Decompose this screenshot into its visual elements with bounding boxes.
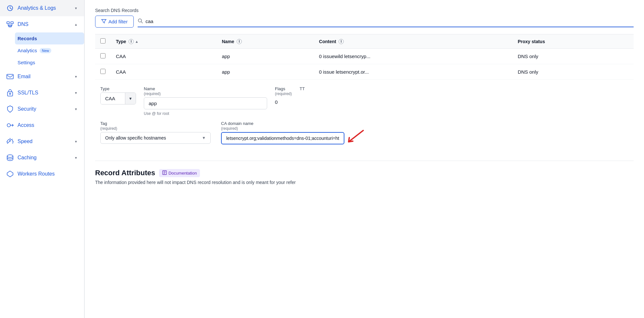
type-field: Type CAA ▼ [100, 86, 136, 104]
search-row: Add filter [95, 16, 634, 28]
select-all-checkbox[interactable] [100, 38, 105, 43]
flags-label: Flags (required) [275, 86, 292, 96]
sidebar-item-label-access: Access [18, 122, 78, 128]
sidebar-item-label-security: Security [18, 106, 70, 112]
sidebar: Analytics & Logs ▼ DNS ▲ Records Analyti… [0, 0, 84, 318]
sidebar-item-records[interactable]: Records [15, 32, 84, 44]
svg-rect-2 [11, 22, 13, 24]
chevron-down-icon-speed: ▼ [74, 140, 78, 143]
chevron-down-icon: ▼ [74, 6, 78, 10]
row2-content: 0 issue letsencrypt.or... [314, 64, 513, 80]
ca-domain-input[interactable] [221, 132, 344, 144]
name-input[interactable] [144, 97, 267, 109]
sidebar-item-caching[interactable]: Caching ▼ [0, 150, 84, 166]
sidebar-item-dns[interactable]: DNS ▲ [0, 16, 84, 32]
record-attributes-description: The information provided here will not i… [95, 180, 634, 185]
content-info-icon[interactable]: ℹ [339, 39, 344, 44]
chevron-up-icon: ▲ [74, 23, 78, 26]
row2-checkbox [95, 64, 111, 80]
type-label: Type [100, 86, 136, 91]
sort-arrow-icon[interactable]: ▲ [135, 40, 139, 43]
record-attributes-header: Record Attributes Documentation [95, 169, 634, 177]
search-icon [138, 18, 143, 25]
svg-rect-8 [7, 74, 13, 79]
row1-proxy-status: DNS only [513, 49, 634, 64]
svg-point-11 [7, 124, 10, 127]
tt-field: TT [300, 86, 305, 91]
add-filter-button[interactable]: Add filter [95, 16, 134, 28]
svg-point-12 [9, 140, 11, 141]
th-checkbox [95, 34, 111, 49]
th-content: Content ℹ [314, 34, 513, 49]
tt-label: TT [300, 86, 305, 91]
row2-select-checkbox[interactable] [100, 69, 105, 74]
ssl-icon [6, 89, 14, 96]
search-input-wrapper [138, 16, 634, 27]
sidebar-item-ssl-tls[interactable]: SSL/TLS ▼ [0, 85, 84, 101]
search-input[interactable] [145, 18, 634, 24]
svg-rect-9 [7, 92, 13, 96]
name-hint: Use @ for root [144, 111, 267, 116]
sidebar-item-label-dns: DNS [18, 21, 70, 27]
sidebar-item-label-ssl: SSL/TLS [18, 90, 70, 96]
sidebar-item-settings[interactable]: Settings [18, 56, 84, 68]
type-select-value: CAA [101, 93, 125, 104]
speed-icon [6, 138, 14, 145]
sidebar-item-label-caching: Caching [18, 155, 70, 161]
workers-icon [6, 170, 14, 177]
form-row-2: Tag (required) Only allow specific hostn… [100, 121, 634, 152]
th-proxy-status: Proxy status [513, 34, 634, 49]
analytics-new-badge: New [40, 48, 51, 53]
analytics-label: Analytics [18, 48, 37, 53]
row2-proxy-status: DNS only [513, 64, 634, 80]
sidebar-item-security[interactable]: Security ▼ [0, 101, 84, 117]
tag-dropdown-arrow-icon: ▼ [202, 136, 206, 140]
row1-checkbox [95, 49, 111, 64]
record-attributes-title: Record Attributes [95, 169, 155, 177]
type-dropdown-arrow-icon[interactable]: ▼ [125, 93, 136, 104]
chevron-down-icon-security: ▼ [74, 107, 78, 111]
type-select-group[interactable]: CAA ▼ [100, 92, 136, 104]
form-row-1: Type CAA ▼ Name (required) Use @ for roo… [100, 86, 634, 116]
row2-type: CAA [111, 64, 217, 80]
name-info-icon[interactable]: ℹ [237, 39, 242, 44]
svg-marker-14 [7, 171, 13, 177]
row1-select-checkbox[interactable] [100, 53, 105, 58]
tag-select-text: Only allow specific hostnames [105, 135, 166, 141]
filter-icon [101, 18, 106, 25]
table-row[interactable]: CAA app 0 issuewild letsencryp... DNS on… [95, 49, 634, 64]
search-label: Search DNS Records [95, 8, 634, 13]
tag-label: Tag (required) [100, 121, 211, 131]
tag-select[interactable]: Only allow specific hostnames ▼ [100, 132, 211, 144]
sidebar-item-email[interactable]: Email ▼ [0, 68, 84, 85]
sidebar-item-label-email: Email [18, 74, 70, 80]
caching-icon [6, 154, 14, 161]
book-icon [162, 170, 167, 176]
row1-name: app [217, 49, 314, 64]
access-icon [6, 122, 14, 129]
table-row[interactable]: CAA app 0 issue letsencrypt.or... DNS on… [95, 64, 634, 80]
dns-icon [6, 21, 14, 28]
dns-records-table: Type ℹ ▲ Name ℹ Content ℹ [95, 34, 634, 80]
record-attributes-section: Record Attributes Documentation The info… [95, 161, 634, 185]
analytics-icon [6, 5, 14, 12]
svg-point-10 [9, 93, 11, 94]
email-icon [6, 73, 14, 80]
sidebar-item-analytics[interactable]: Analytics New [18, 44, 84, 56]
security-icon [6, 105, 14, 113]
sidebar-item-access[interactable]: Access [0, 117, 84, 133]
sidebar-item-workers-routes[interactable]: Workers Routes [0, 166, 84, 182]
sidebar-item-label-analytics-logs: Analytics & Logs [18, 5, 70, 11]
name-label: Name (required) [144, 86, 267, 96]
row1-type: CAA [111, 49, 217, 64]
type-info-icon[interactable]: ℹ [129, 39, 134, 44]
sidebar-item-speed[interactable]: Speed ▼ [0, 133, 84, 150]
sidebar-item-analytics-logs[interactable]: Analytics & Logs ▼ [0, 0, 84, 16]
row1-content: 0 issuewild letsencryp... [314, 49, 513, 64]
sidebar-item-label-speed: Speed [18, 139, 70, 144]
records-label: Records [18, 36, 37, 41]
svg-rect-1 [7, 22, 9, 24]
documentation-badge[interactable]: Documentation [159, 169, 200, 177]
ca-domain-field: CA domain name (required) [221, 121, 366, 152]
chevron-down-icon-ssl: ▼ [74, 91, 78, 95]
